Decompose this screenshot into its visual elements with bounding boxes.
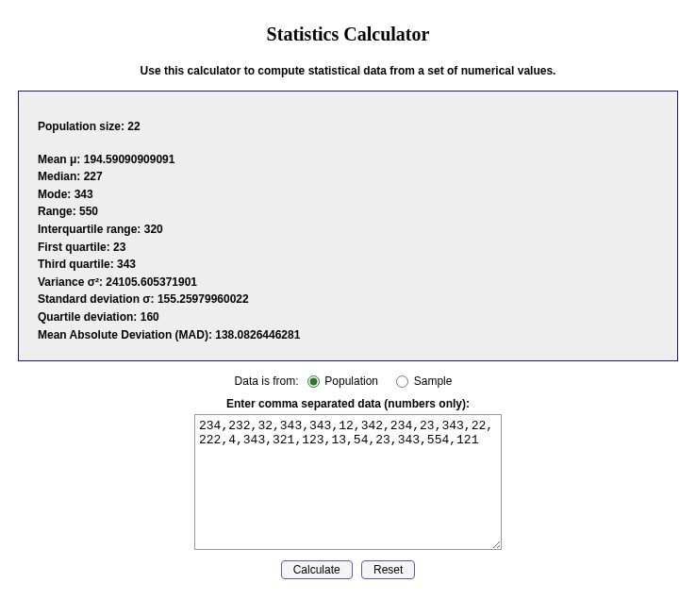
- result-value: 343: [117, 258, 136, 271]
- result-label: Mode:: [38, 188, 71, 201]
- sample-label: Sample: [414, 375, 453, 388]
- population-option[interactable]: Population: [302, 375, 381, 388]
- data-input[interactable]: [194, 414, 502, 550]
- result-label: Interquartile range:: [38, 223, 141, 236]
- result-mad: Mean Absolute Deviation (MAD): 138.08264…: [38, 326, 658, 344]
- sample-radio[interactable]: [396, 375, 408, 388]
- data-input-label: Enter comma separated data (numbers only…: [14, 397, 682, 410]
- result-label: Population size:: [38, 120, 124, 133]
- page-title: Statistics Calculator: [14, 24, 682, 45]
- result-value: 155.25979960022: [157, 292, 249, 306]
- result-value: 22: [127, 120, 140, 133]
- result-label: Quartile deviation:: [38, 310, 137, 324]
- result-q1: First quartile: 23: [38, 239, 658, 257]
- result-value: 194.59090909091: [84, 153, 175, 166]
- population-radio[interactable]: [307, 375, 320, 388]
- result-value: 550: [79, 205, 98, 218]
- result-median: Median: 227: [38, 168, 658, 186]
- result-label: Median:: [38, 170, 80, 183]
- data-source-prefix: Data is from:: [235, 375, 299, 388]
- result-value: 343: [75, 188, 93, 201]
- result-q3: Third quartile: 343: [38, 256, 658, 274]
- population-label: Population: [324, 375, 378, 388]
- result-range: Range: 550: [38, 203, 658, 221]
- result-mean: Mean μ: 194.59090909091: [38, 151, 658, 169]
- result-stddev: Standard deviation σ: 155.25979960022: [38, 291, 658, 308]
- result-value: 138.0826446281: [215, 328, 300, 341]
- page-subtitle: Use this calculator to compute statistic…: [14, 64, 682, 77]
- result-value: 23: [113, 241, 125, 254]
- sample-option[interactable]: Sample: [390, 375, 452, 388]
- result-variance: Variance σ²: 24105.605371901: [38, 274, 658, 291]
- result-qdev: Quartile deviation: 160: [38, 308, 658, 326]
- result-mode: Mode: 343: [38, 186, 658, 204]
- result-value: 24105.605371901: [106, 275, 197, 289]
- result-value: 227: [84, 170, 103, 183]
- calculate-button[interactable]: Calculate: [281, 560, 353, 579]
- result-population-size: Population size: 22: [38, 118, 658, 136]
- results-panel: Population size: 22 Mean μ: 194.59090909…: [18, 91, 678, 361]
- result-iqr: Interquartile range: 320: [38, 221, 658, 239]
- result-label: First quartile:: [38, 241, 110, 254]
- result-label: Third quartile:: [38, 258, 114, 271]
- result-label: Mean μ:: [38, 153, 80, 166]
- reset-button[interactable]: Reset: [361, 560, 415, 579]
- data-source-selector: Data is from: Population Sample: [14, 375, 682, 388]
- result-label: Mean Absolute Deviation (MAD):: [38, 328, 212, 341]
- result-label: Range:: [38, 205, 76, 218]
- result-label: Variance σ²:: [38, 275, 103, 289]
- result-value: 320: [144, 223, 163, 236]
- result-label: Standard deviation σ:: [38, 292, 155, 306]
- result-value: 160: [141, 310, 159, 324]
